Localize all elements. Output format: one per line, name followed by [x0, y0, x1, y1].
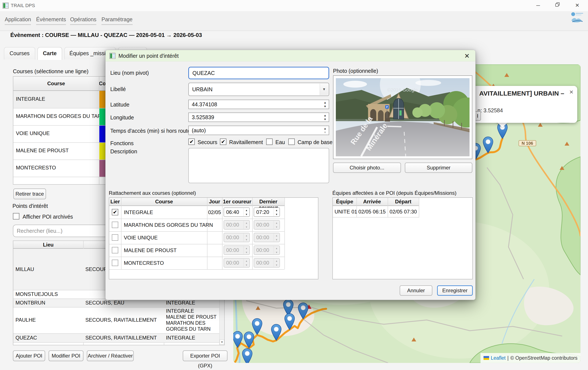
map-attribution: Leaflet | © OpenStreetMap contributors — [481, 353, 580, 363]
enregistrer-button[interactable]: Enregistrer — [437, 285, 473, 296]
description-textarea[interactable] — [188, 148, 329, 183]
spin-down-icon[interactable]: ▼ — [322, 130, 328, 134]
spin-up-icon[interactable]: ▲ — [322, 127, 328, 130]
ajouter-poi-button[interactable]: Ajouter POI — [13, 350, 45, 361]
lier-checkbox[interactable]: ✔ — [112, 209, 118, 215]
libelle-label: Libellé — [110, 86, 126, 92]
attribution-separator: | — [507, 355, 509, 361]
longitude-value: 3.525839 — [192, 114, 214, 120]
temps-acces-value: (auto) — [192, 127, 206, 134]
rattachement-row[interactable]: ✔ INTEGRALE 02/05 06:40 ▲▼ 07:20 ▲▼ — [109, 206, 284, 219]
spin-up-icon[interactable]: ▲ — [322, 100, 328, 104]
road-badge: N 106 — [519, 140, 536, 146]
spin-down-icon[interactable]: ▼ — [322, 117, 328, 121]
show-archived-label: Afficher POI archivés — [22, 214, 73, 220]
dialog-close-icon[interactable]: ✕ — [462, 52, 472, 60]
photo-label: Photo (optionnelle) — [333, 68, 378, 74]
titlebar: TRAIL DPS ─ ✕ — [0, 0, 588, 11]
svg-text:©2016 Google: ©2016 Google — [387, 87, 418, 92]
app-icon — [3, 3, 9, 9]
dialog-titlebar: Modifier un point d'intérêt ✕ — [105, 50, 475, 61]
annuler-button[interactable]: Annuler — [400, 285, 432, 296]
rattachement-row[interactable]: VOIE UNIQUE 00:00▲▼ 00:00▲▼ — [109, 231, 284, 244]
exporter-poi-button[interactable]: Exporter POI (GPX) — [183, 350, 228, 361]
equipes-table: Équipe Arrivée Départ UNITE 01 02/05 06:… — [332, 197, 473, 279]
supprimer-photo-button[interactable]: Supprimer — [405, 162, 472, 173]
ukraine-flag-icon — [483, 356, 489, 360]
libelle-select[interactable]: URBAIN ▼ — [188, 83, 329, 96]
premier-coureur-spinner: 00:00▲▼ — [224, 258, 250, 268]
lier-checkbox[interactable] — [112, 260, 118, 266]
checkmark: ✔ — [189, 139, 194, 145]
spin-up-icon[interactable]: ▲ — [322, 113, 328, 117]
spin-up-icon[interactable]: ▲ — [274, 208, 279, 212]
camp-de-base-checkbox[interactable] — [288, 139, 295, 145]
poi-col-lieu[interactable]: Lieu — [13, 242, 83, 248]
chevron-down-icon[interactable]: ▼ — [320, 83, 328, 95]
col-lier[interactable]: Lier — [109, 199, 121, 205]
eau-checkbox[interactable] — [266, 139, 273, 145]
longitude-label: Longitude — [110, 114, 134, 121]
dernier-coureur-spinner: 00:00▲▼ — [254, 233, 280, 242]
poi-row[interactable]: QUEZAC SECOURS, RAVITAILLEMENT INTEGRALE — [13, 333, 220, 342]
rattachement-row[interactable]: MALENE DE PROUST 00:00▲▼ 00:00▲▼ — [109, 244, 284, 257]
description-label: Description — [110, 148, 137, 155]
restore-button[interactable] — [548, 0, 567, 11]
col-equipe[interactable]: Équipe — [333, 199, 357, 205]
leaflet-link[interactable]: Leaflet — [491, 355, 506, 361]
equipe-row[interactable]: UNITE 01 02/05 06:15 02/05 07:30 — [333, 206, 419, 218]
col-jour[interactable]: Jour — [207, 199, 222, 205]
menu-evenements[interactable]: Évènements — [36, 16, 66, 25]
close-button[interactable]: ✕ — [567, 0, 587, 11]
popup-close-icon[interactable]: × — [569, 88, 573, 96]
courses-col-course[interactable]: Course — [13, 80, 99, 87]
dernier-coureur-spinner[interactable]: 07:20 ▲▼ — [254, 208, 280, 217]
retirer-trace-button[interactable]: Retirer trace — [13, 189, 46, 199]
osm-attribution[interactable]: © OpenStreetMap contributors — [510, 355, 578, 361]
spin-down-icon[interactable]: ▼ — [244, 212, 249, 216]
lier-checkbox[interactable] — [112, 234, 118, 241]
scroll-down-button[interactable]: ▼ — [220, 340, 224, 345]
spin-down-icon[interactable]: ▼ — [274, 212, 279, 216]
secours-label: Secours — [198, 139, 217, 145]
premier-coureur-spinner[interactable]: 06:40 ▲▼ — [224, 208, 250, 217]
minimize-button[interactable]: ─ — [528, 0, 548, 11]
lier-checkbox[interactable] — [112, 247, 118, 253]
menu-parametrage[interactable]: Paramétrage — [102, 16, 133, 25]
svg-text:P: P — [386, 106, 388, 109]
col-arrivee[interactable]: Arrivée — [357, 199, 388, 205]
modifier-poi-button[interactable]: Modifier POI — [49, 350, 84, 361]
temps-acces-spinner[interactable]: (auto) ▲▼ — [188, 126, 329, 135]
archiver-reactiver-button[interactable]: Archiver / Réactiver — [87, 350, 134, 361]
choisir-photo-button[interactable]: Choisir photo... — [333, 162, 401, 173]
dernier-coureur-spinner: 00:00▲▼ — [254, 245, 280, 255]
lieu-input[interactable] — [188, 67, 329, 79]
rattachement-row[interactable]: MONTECRESTO 00:00▲▼ 00:00▲▼ — [109, 257, 284, 269]
checkmark: ✔ — [113, 209, 117, 215]
event-heading: Évènement : COURSE — MILLAU - QUEZAC — 2… — [10, 32, 202, 39]
rattachement-table: Lier Course Jour 1er coureur Dernier cou… — [109, 197, 318, 279]
secours-checkbox[interactable]: ✔ — [188, 139, 195, 145]
col-depart[interactable]: Départ — [388, 199, 419, 205]
tab-carte[interactable]: Carte — [37, 47, 62, 60]
longitude-spinner[interactable]: 3.525839 ▲▼ — [188, 112, 329, 122]
spin-up-icon[interactable]: ▲ — [244, 208, 249, 212]
dialog-icon — [109, 53, 116, 59]
tab-courses[interactable]: Courses — [4, 47, 35, 60]
col-course[interactable]: Course — [121, 199, 207, 205]
poi-section-label: Points d'intérêt — [12, 203, 48, 209]
popup-coordinates: n: 3.52584 — [477, 107, 503, 114]
spin-down-icon[interactable]: ▼ — [322, 104, 328, 108]
lier-checkbox[interactable] — [112, 222, 118, 228]
temps-acces-label: Temps d'accès (min) si hors route — [110, 128, 190, 134]
map-popup: AVITAILLEMENT] URBAIN – n: 3.52584 × I — [461, 86, 577, 123]
restore-icon — [555, 2, 560, 7]
poi-row[interactable]: PAULHE SECOURS, RAVITAILLEMENT INTEGRALE… — [13, 307, 220, 333]
latitude-spinner[interactable]: 44.374108 ▲▼ — [188, 100, 329, 109]
menu-operations[interactable]: Opérations — [70, 16, 96, 25]
col-premier[interactable]: 1er coureur — [222, 199, 252, 205]
menu-application[interactable]: Application — [5, 16, 31, 25]
show-archived-checkbox[interactable] — [13, 213, 19, 220]
rattachement-row[interactable]: MARATHON DES GORGES DU TARN 00:00▲▼ 00:0… — [109, 219, 284, 231]
ravitaillement-checkbox[interactable]: ✔ — [220, 139, 226, 145]
